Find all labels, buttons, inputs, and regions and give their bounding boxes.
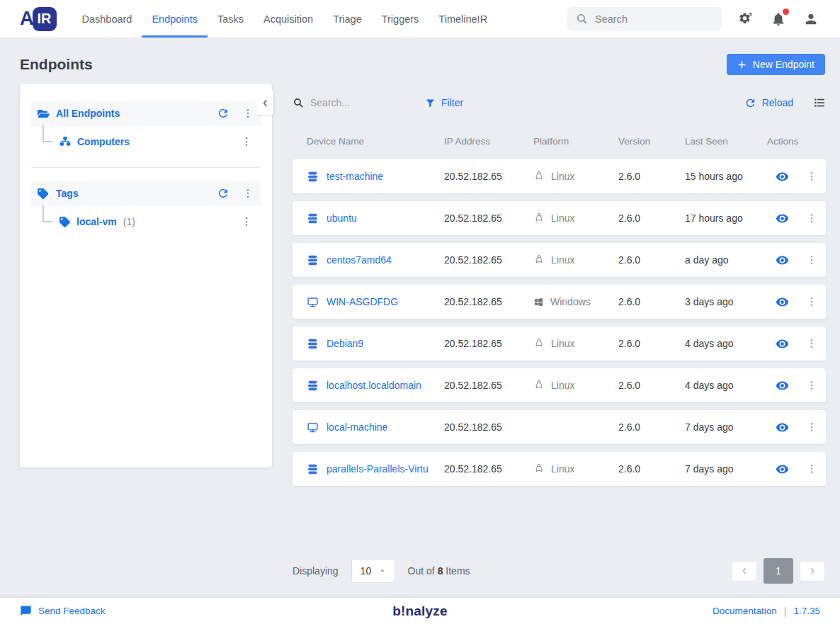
platform-label: Linux <box>551 463 574 475</box>
device-name-link[interactable]: local-machine <box>327 421 387 433</box>
server-icon <box>307 254 319 266</box>
view-endpoint-button[interactable] <box>776 463 789 476</box>
last-seen: 4 days ago <box>685 380 767 391</box>
tree-group-all-endpoints[interactable]: All Endpoints <box>31 101 261 126</box>
platform-label: Linux <box>551 171 574 182</box>
col-ip-address[interactable]: IP Address <box>444 136 533 147</box>
prev-page-button[interactable] <box>732 561 757 582</box>
tree-group-tags[interactable]: Tags <box>31 181 261 206</box>
tags-label[interactable]: Tags <box>56 188 210 199</box>
row-menu-button[interactable] <box>806 254 817 266</box>
binalyze-logo: b!nalyze <box>392 603 448 619</box>
row-menu-button[interactable] <box>806 338 817 349</box>
displaying-label: Displaying <box>293 565 339 577</box>
panel-divider <box>31 167 261 168</box>
nav-endpoints[interactable]: Endpoints <box>142 0 208 38</box>
notification-dot <box>783 8 789 15</box>
footer-separator: | <box>784 606 787 617</box>
agent-version: 2.6.0 <box>618 254 685 266</box>
table-header: Device Name IP Address Platform Version … <box>293 134 826 148</box>
refresh-icon[interactable] <box>217 187 229 200</box>
navbar-actions <box>737 0 819 38</box>
ip-address: 20.52.182.65 <box>444 421 533 433</box>
server-icon <box>307 463 319 475</box>
documentation-link[interactable]: Documentation <box>713 606 777 616</box>
ip-address: 20.52.182.65 <box>444 338 533 349</box>
tree-item-computers[interactable]: Computers <box>31 127 261 156</box>
computers-label[interactable]: Computers <box>77 136 130 147</box>
notifications-bell-icon[interactable] <box>771 11 786 27</box>
send-feedback-link[interactable]: Send Feedback <box>20 605 392 617</box>
next-page-button[interactable] <box>800 561 825 582</box>
nav-tasks[interactable]: Tasks <box>208 0 254 38</box>
last-seen: 3 days ago <box>685 296 767 307</box>
agent-version: 2.6.0 <box>618 421 685 433</box>
row-menu-button[interactable] <box>806 463 817 475</box>
page-title: Endpoints <box>20 56 93 73</box>
view-endpoint-button[interactable] <box>776 421 789 434</box>
user-profile-icon[interactable] <box>803 11 819 27</box>
current-page-button[interactable]: 1 <box>764 558 793 584</box>
row-menu-button[interactable] <box>806 212 817 224</box>
row-menu-button[interactable] <box>806 296 817 307</box>
platform-label: Windows <box>550 296 591 307</box>
device-name-link[interactable]: Debian9 <box>327 338 363 349</box>
settings-gears-icon[interactable] <box>737 11 754 27</box>
col-last-seen[interactable]: Last Seen <box>685 136 767 147</box>
list-view-icon[interactable] <box>813 96 826 109</box>
nav-timelineir[interactable]: TimelineIR <box>428 0 497 38</box>
local-vm-label[interactable]: local-vm <box>76 216 117 227</box>
nav-acquisition[interactable]: Acquisition <box>254 0 323 38</box>
air-logo[interactable]: A IR <box>20 0 57 38</box>
kebab-menu-icon[interactable] <box>241 216 252 227</box>
view-endpoint-button[interactable] <box>776 212 789 225</box>
windows-icon <box>533 297 544 307</box>
row-menu-button[interactable] <box>806 421 817 433</box>
tree-connector <box>42 205 52 222</box>
chevron-left-icon <box>261 98 270 108</box>
platform-label: Linux <box>551 254 574 266</box>
device-name-link[interactable]: WIN-ASGDFDG <box>327 296 398 307</box>
refresh-icon <box>744 97 756 109</box>
tree-item-local-vm[interactable]: local-vm (1) <box>31 208 261 236</box>
col-platform[interactable]: Platform <box>533 136 618 147</box>
global-search-box[interactable] <box>567 7 722 31</box>
table-search[interactable] <box>293 97 395 108</box>
nav-triage[interactable]: Triage <box>323 0 372 38</box>
device-name-link[interactable]: parallels-Parallels-Virtu <box>327 463 428 475</box>
nav-dashboard[interactable]: Dashboard <box>72 0 142 38</box>
kebab-menu-icon[interactable] <box>242 108 254 119</box>
col-device-name[interactable]: Device Name <box>307 136 444 147</box>
search-icon <box>576 13 588 25</box>
table-search-input[interactable] <box>310 97 395 108</box>
linux-icon <box>533 463 545 475</box>
kebab-menu-icon[interactable] <box>242 188 254 199</box>
view-endpoint-button[interactable] <box>776 379 789 392</box>
device-name-link[interactable]: centos7amd64 <box>327 254 392 266</box>
kebab-menu-icon[interactable] <box>241 136 252 147</box>
refresh-icon[interactable] <box>217 107 229 120</box>
col-version[interactable]: Version <box>618 136 685 147</box>
reload-button[interactable]: Reload <box>744 97 793 109</box>
agent-version: 2.6.0 <box>618 212 685 224</box>
filter-button[interactable]: Filter <box>425 97 463 108</box>
global-search-input[interactable] <box>595 13 713 25</box>
view-endpoint-button[interactable] <box>776 337 789 351</box>
view-endpoint-button[interactable] <box>776 295 789 309</box>
device-name-link[interactable]: ubuntu <box>327 212 357 224</box>
all-endpoints-label[interactable]: All Endpoints <box>56 108 210 119</box>
new-endpoint-button[interactable]: New Endpoint <box>727 54 825 75</box>
page-size-select[interactable]: 10 <box>351 559 395 583</box>
view-endpoint-button[interactable] <box>776 170 789 183</box>
panel-collapse-button[interactable] <box>256 91 273 115</box>
agent-version: 2.6.0 <box>618 296 685 307</box>
view-endpoint-button[interactable] <box>776 254 789 267</box>
row-menu-button[interactable] <box>806 380 817 391</box>
chevron-right-icon <box>808 567 817 575</box>
row-menu-button[interactable] <box>806 171 817 182</box>
nav-triggers[interactable]: Triggers <box>372 0 429 38</box>
ip-address: 20.52.182.65 <box>444 254 533 266</box>
table-row: WIN-ASGDFDG 20.52.182.65 Windows 2.6.0 3… <box>293 285 826 319</box>
device-name-link[interactable]: localhost.localdomain <box>327 380 421 391</box>
device-name-link[interactable]: test-machine <box>327 171 383 182</box>
